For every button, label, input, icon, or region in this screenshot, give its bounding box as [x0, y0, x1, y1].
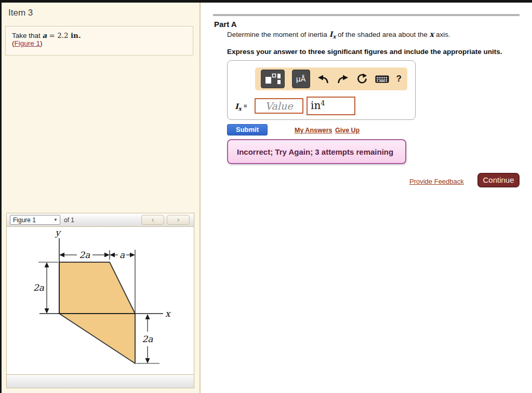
figure-select-dropdown[interactable]: Figure 1 ▼	[10, 215, 60, 225]
section-divider	[213, 14, 520, 16]
arrowhead	[130, 253, 135, 258]
math-templates-button[interactable]	[261, 70, 285, 88]
arrowhead	[145, 358, 150, 363]
answer-format-note: Express your answer to three significant…	[227, 48, 502, 56]
instruction-box: Take that a = 2.2 in. (Figure 1)	[5, 26, 193, 56]
part-a-panel: Part A Determine the moment of inertia I…	[202, 3, 532, 393]
templates-icon	[264, 72, 281, 86]
value-input[interactable]	[255, 98, 303, 114]
shaded-area-diagram: y x 2a a	[7, 227, 194, 375]
give-up-link[interactable]: Give Up	[335, 127, 360, 134]
figure-header: Figure 1 ▼ of 1 ‹ ›	[7, 213, 194, 227]
equation-toolbar: µÅ	[255, 67, 407, 90]
paren-close: )	[40, 39, 43, 47]
undo-button[interactable]	[317, 75, 329, 84]
dim-label-2a-right: 2a	[142, 334, 154, 344]
redo-icon	[337, 75, 349, 84]
continue-button[interactable]: Continue	[477, 173, 520, 187]
chevron-down-icon: ▼	[54, 218, 58, 222]
reset-button[interactable]	[356, 73, 368, 85]
dim-label-a: a	[119, 250, 125, 260]
prev-figure-button[interactable]: ‹	[141, 215, 164, 225]
x-axis-label: x	[165, 308, 171, 319]
item-title: Item 3	[8, 8, 33, 18]
feedback-message-box: Incorrect; Try Again; 3 attempts remaini…	[227, 139, 406, 164]
feedback-message: Incorrect; Try Again; 3 attempts remaini…	[237, 147, 393, 156]
figure-nav: ‹ ›	[141, 215, 191, 225]
arrowhead	[104, 253, 110, 258]
question-segment: axis.	[434, 31, 450, 38]
x-axis-symbol: x	[430, 30, 434, 38]
lower-triangle-shape	[59, 314, 135, 363]
figure-count-label: of 1	[64, 216, 74, 224]
figure-widget: Figure 1 ▼ of 1 ‹ › y x	[6, 213, 194, 388]
value-text: = 2.2	[47, 31, 71, 39]
equals-sign: =	[244, 103, 247, 109]
instruction-line: Take that a = 2.2 in.	[12, 31, 187, 39]
answer-symbol: I	[235, 102, 238, 111]
y-axis-label: y	[55, 227, 61, 238]
figure-ref-line: (Figure 1)	[12, 39, 187, 47]
reset-icon	[356, 73, 368, 85]
figure-canvas: y x 2a a	[7, 227, 194, 375]
units-icon: µÅ	[296, 75, 305, 83]
answer-variable-label: Ix =	[235, 102, 247, 112]
figure-footer-bar	[7, 375, 194, 388]
redo-button[interactable]	[337, 75, 349, 84]
units-button[interactable]: µÅ	[292, 70, 310, 88]
help-button[interactable]: ?	[396, 74, 402, 84]
homework-page: Item 3 Take that a = 2.2 in. (Figure 1) …	[0, 0, 532, 393]
provide-feedback-link[interactable]: Provide Feedback	[409, 178, 464, 185]
my-answers-link[interactable]: My Answers	[295, 127, 332, 134]
unit-text: in.	[71, 31, 81, 39]
question-segment: Determine the moment of inertia	[227, 31, 329, 38]
next-figure-button[interactable]: ›	[167, 215, 190, 225]
figure-1-link[interactable]: Figure 1	[15, 39, 41, 47]
unit-value: in	[311, 99, 321, 112]
submit-button[interactable]: Submit	[227, 124, 268, 135]
undo-icon	[317, 75, 329, 84]
part-title: Part A	[214, 20, 237, 29]
upper-trapezoid-shape	[59, 262, 135, 314]
unit-exponent: 4	[321, 99, 325, 107]
keyboard-shortcuts-button[interactable]	[375, 75, 389, 84]
dim-label-2a-left: 2a	[33, 282, 45, 293]
arrowhead	[45, 308, 49, 314]
keyboard-icon	[375, 75, 389, 84]
instruction-prefix: Take that	[12, 32, 43, 39]
answer-box: µÅ	[227, 60, 416, 120]
answer-subscript: x	[238, 106, 242, 112]
question-text: Determine the moment of inertia Ix of th…	[227, 30, 450, 39]
variable-a: a	[43, 31, 47, 39]
dim-label-2a-top: 2a	[79, 250, 91, 260]
units-input[interactable]: in4	[307, 97, 355, 115]
item-panel: Item 3 Take that a = 2.2 in. (Figure 1) …	[2, 3, 201, 393]
figure-select-value: Figure 1	[13, 216, 36, 224]
question-segment: of the shaded area about the	[336, 31, 429, 38]
submit-row: Submit My Answers Give Up	[227, 124, 414, 137]
